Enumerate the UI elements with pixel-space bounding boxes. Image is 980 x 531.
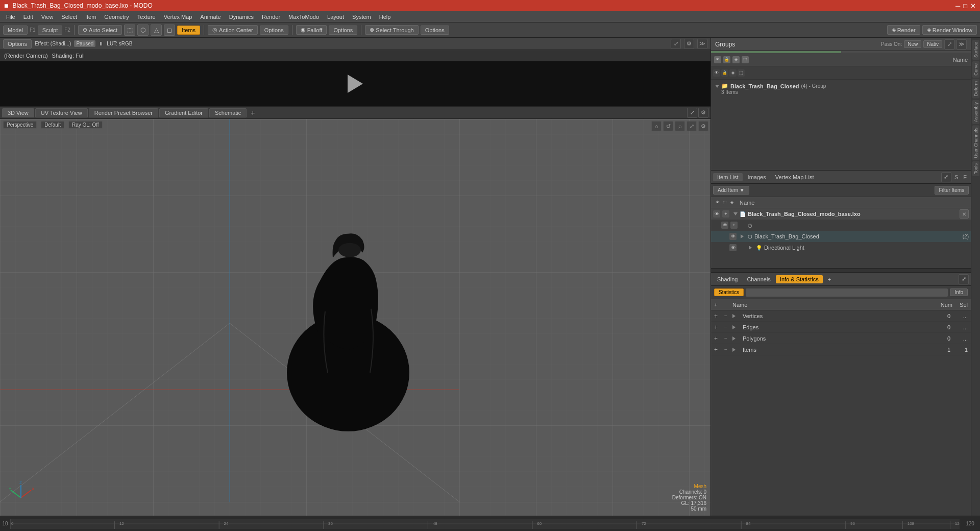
tab-vertex-map-list[interactable]: Vertex Map List <box>771 173 818 181</box>
group-render-icon[interactable]: ◈ <box>732 56 740 63</box>
il-row-file[interactable]: 👁 + 📄 Black_Trash_Bag_Closed_modo_base.l… <box>711 208 971 220</box>
tab-info-statistics[interactable]: Info & Statistics <box>776 275 823 283</box>
preview-expand[interactable]: ≫ <box>697 39 707 49</box>
si-arrow[interactable] <box>732 347 741 353</box>
gtb-eye[interactable]: 👁 <box>713 69 720 77</box>
er-eye-icon[interactable]: 👁 <box>721 222 728 229</box>
vp-zoom-btn[interactable]: ⌕ <box>675 121 685 131</box>
tab-uv-texture[interactable]: UV Texture View <box>35 108 88 117</box>
tab-add[interactable]: + <box>824 275 835 283</box>
group-vis-icon[interactable]: 👁 <box>714 56 721 63</box>
select-through-btn[interactable]: ⊗ Select Through <box>365 25 418 35</box>
il-row-mesh[interactable]: 👁 ⬡ Black_Trash_Bag_Closed (2) <box>711 231 971 242</box>
mode-model-btn[interactable]: Model <box>3 26 28 35</box>
itemlist-f-btn[interactable]: F <box>961 174 969 180</box>
auto-select-btn[interactable]: ⊕ Auto Select <box>78 25 122 35</box>
file-eye-icon[interactable]: 👁 <box>713 210 720 218</box>
si-add[interactable]: + <box>714 346 722 353</box>
preview-canvas[interactable] <box>0 61 710 106</box>
menu-system[interactable]: System <box>348 13 375 21</box>
tab-3d-view[interactable]: 3D View <box>2 108 34 117</box>
is-expand-btn[interactable]: ⤢ <box>959 274 969 284</box>
menu-view[interactable]: View <box>37 13 58 21</box>
vptabs-settings[interactable]: ⚙ <box>698 108 708 118</box>
groups-expand-btn[interactable]: ⤢ <box>944 39 954 50</box>
tab-item-list[interactable]: Item List <box>713 173 743 181</box>
stats-sub-info[interactable]: Info <box>950 288 968 296</box>
action-center-btn[interactable]: ◎ Action Center <box>208 25 258 35</box>
tab-gradient-editor[interactable]: Gradient Editor <box>159 108 208 117</box>
close-btn[interactable]: ✕ <box>970 2 976 10</box>
group-expand-icon[interactable] <box>715 85 719 88</box>
tab-shading[interactable]: Shading <box>713 275 742 283</box>
filter-items-btn[interactable]: Filter Items <box>935 186 969 195</box>
menu-texture[interactable]: Texture <box>133 13 160 21</box>
rvtab-user-channels[interactable]: User Channels <box>972 126 979 160</box>
stats-sub-statistics[interactable]: Statistics <box>714 288 744 296</box>
pass-val-btn[interactable]: Nativ <box>923 40 942 48</box>
menu-dynamics[interactable]: Dynamics <box>225 13 258 21</box>
menu-render[interactable]: Render <box>258 13 284 21</box>
rvtab-curve[interactable]: Curve <box>972 61 979 78</box>
menu-animate[interactable]: Animate <box>196 13 225 21</box>
tab-add-btn[interactable]: + <box>248 108 258 118</box>
tab-render-preset[interactable]: Render Preset Browser <box>89 108 158 117</box>
sp-minus[interactable]: − <box>724 335 730 341</box>
sv-arrow[interactable] <box>732 313 741 319</box>
menu-help[interactable]: Help <box>375 13 395 21</box>
se-arrow[interactable] <box>732 324 741 330</box>
mode-sculpt-btn[interactable]: Sculpt <box>38 26 63 35</box>
tab-channels[interactable]: Channels <box>743 275 774 283</box>
group-name[interactable]: Black_Trash_Bag_Closed <box>730 83 799 89</box>
itemlist-s-btn[interactable]: S <box>952 174 960 180</box>
add-item-btn[interactable]: Add Item ▼ <box>713 186 749 195</box>
si-minus[interactable]: − <box>724 347 730 352</box>
file-expand-icon[interactable] <box>733 212 738 215</box>
minimize-btn[interactable]: ─ <box>955 2 960 10</box>
light-expand-icon[interactable] <box>749 246 752 250</box>
options-3-btn[interactable]: Options <box>421 26 449 35</box>
viewport-3d[interactable]: Perspective Default Ray GL: Off ⌂ ↺ ⌕ ⤢ … <box>0 119 710 516</box>
tab-schematic[interactable]: Schematic <box>209 108 247 117</box>
rvtab-tools[interactable]: Tools <box>972 161 979 176</box>
rvtab-deform[interactable]: Deform <box>972 79 979 99</box>
tb-icon-4[interactable]: ◻ <box>164 25 175 36</box>
rvtab-surface[interactable]: Surface <box>972 40 979 60</box>
gtb-lock[interactable]: 🔒 <box>721 69 728 77</box>
tb-icon-3[interactable]: △ <box>151 25 162 36</box>
sp-arrow[interactable] <box>732 335 741 342</box>
pass-new-btn[interactable]: New <box>904 40 921 48</box>
se-add[interactable]: + <box>714 324 722 331</box>
groups-settings-btn[interactable]: ≫ <box>957 39 967 50</box>
file-plus-icon[interactable]: + <box>722 210 729 218</box>
group-lock-icon[interactable]: 🔒 <box>723 56 730 63</box>
tab-images[interactable]: Images <box>744 173 770 181</box>
preview-play-btn[interactable] <box>345 74 365 94</box>
group-icon4[interactable]: ⬚ <box>742 56 749 63</box>
menu-layout[interactable]: Layout <box>323 13 348 21</box>
tb-icon-1[interactable]: ⬚ <box>124 25 135 36</box>
menu-edit[interactable]: Edit <box>19 13 37 21</box>
itemlist-scrollbar[interactable] <box>711 268 971 272</box>
menu-select[interactable]: Select <box>57 13 81 21</box>
se-minus[interactable]: − <box>724 324 730 330</box>
vp-settings-btn[interactable]: ⚙ <box>698 121 708 131</box>
menu-geometry[interactable]: Geometry <box>100 13 133 21</box>
sv-minus[interactable]: − <box>724 313 730 319</box>
vp-orbit-btn[interactable]: ↺ <box>663 121 673 131</box>
preview-options-btn[interactable]: Options <box>3 39 32 49</box>
menu-file[interactable]: File <box>2 13 19 21</box>
maximize-btn[interactable]: □ <box>963 2 967 10</box>
light-eye-icon[interactable]: 👁 <box>729 244 737 251</box>
falloff-btn[interactable]: ◉ Falloff <box>296 25 327 35</box>
items-btn[interactable]: Items <box>177 26 200 35</box>
mesh-expand-icon[interactable] <box>741 234 744 238</box>
mesh-eye-icon[interactable]: 👁 <box>729 233 737 240</box>
vp-fullscreen-btn[interactable]: ⤢ <box>687 121 697 131</box>
vp-home-btn[interactable]: ⌂ <box>651 121 662 131</box>
file-close-btn[interactable]: ✕ <box>960 209 969 219</box>
render-btn[interactable]: ◈ Render <box>887 25 920 35</box>
tb-icon-2[interactable]: ⬡ <box>137 25 149 36</box>
timeline-ruler[interactable]: 0 12 24 36 48 60 72 84 96 108 120 <box>10 519 960 529</box>
er-plus-icon[interactable]: + <box>730 222 738 229</box>
